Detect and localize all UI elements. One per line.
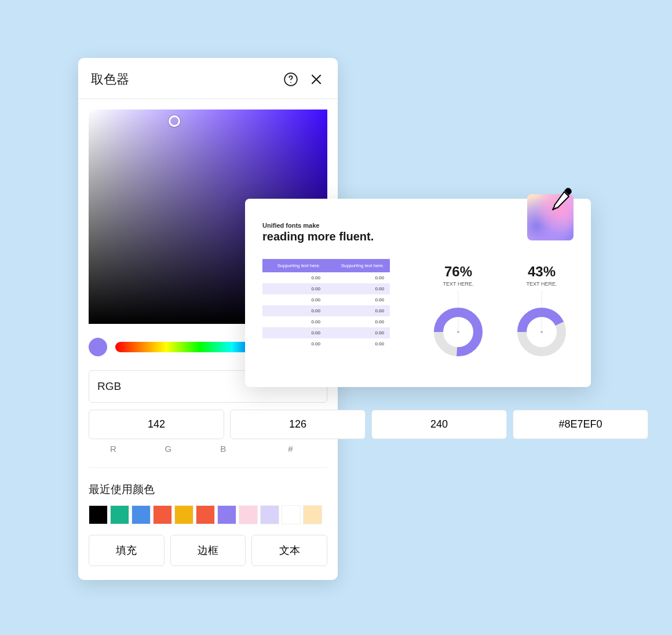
- table-row: 0.000.00: [262, 272, 390, 283]
- table-row: 0.000.00: [262, 283, 390, 294]
- donut-chart: 76%TEXT HERE.: [426, 264, 490, 362]
- g-label: G: [144, 444, 193, 454]
- apply-fill-button[interactable]: 填充: [89, 535, 165, 566]
- recent-color-swatch[interactable]: [217, 505, 236, 524]
- r-input[interactable]: [89, 410, 224, 439]
- donut-charts: 76%TEXT HERE.43%TEXT HERE.: [406, 264, 574, 362]
- divider: [89, 468, 327, 468]
- table-row: 0.000.00: [262, 338, 390, 349]
- recent-color-swatch[interactable]: [89, 505, 108, 524]
- picker-title: 取色器: [91, 71, 129, 88]
- r-label: R: [89, 444, 138, 454]
- table-cell: 0.00: [326, 327, 390, 338]
- recent-colors: [89, 505, 327, 524]
- recent-color-swatch[interactable]: [260, 505, 279, 524]
- recent-color-swatch[interactable]: [239, 505, 258, 524]
- recent-color-swatch[interactable]: [174, 505, 193, 524]
- donut-label: TEXT HERE.: [510, 281, 574, 287]
- table-cell: 0.00: [262, 305, 326, 316]
- donut-label: TEXT HERE.: [426, 281, 490, 287]
- b-label: B: [199, 444, 248, 454]
- sv-cursor: [169, 115, 180, 127]
- table-cell: 0.00: [326, 316, 390, 327]
- table-cell: 0.00: [326, 272, 390, 283]
- table-row: 0.000.00: [262, 294, 390, 305]
- b-input[interactable]: [371, 410, 507, 439]
- eyedropper-icon[interactable]: [548, 186, 575, 215]
- recent-color-swatch[interactable]: [132, 505, 151, 524]
- apply-buttons: 填充 边框 文本: [89, 535, 327, 566]
- recent-color-swatch[interactable]: [110, 505, 129, 524]
- table-cell: 0.00: [262, 327, 326, 338]
- g-input[interactable]: [230, 410, 366, 439]
- hex-input[interactable]: [513, 410, 648, 439]
- donut-chart: 43%TEXT HERE.: [510, 264, 574, 362]
- preview-card: Unified fonts make reading more fluent. …: [245, 199, 591, 387]
- table-row: 0.000.00: [262, 316, 390, 327]
- recent-color-swatch[interactable]: [303, 505, 322, 524]
- donut-svg: [513, 291, 571, 360]
- recent-color-swatch[interactable]: [196, 505, 215, 524]
- table-cell: 0.00: [262, 272, 326, 283]
- table-cell: 0.00: [326, 338, 390, 349]
- table-cell: 0.00: [262, 294, 326, 305]
- table-cell: 0.00: [326, 283, 390, 294]
- table-cell: 0.00: [262, 316, 326, 327]
- svg-point-3: [457, 331, 459, 333]
- table-row: 0.000.00: [262, 327, 390, 338]
- table-cell: 0.00: [326, 294, 390, 305]
- table-header: Supporting text here.: [326, 259, 390, 273]
- svg-point-1: [290, 82, 291, 83]
- table-cell: 0.00: [262, 283, 326, 294]
- hex-label: #: [254, 444, 327, 454]
- help-icon[interactable]: [282, 71, 300, 88]
- header-icons: [282, 71, 325, 88]
- donut-percent: 43%: [510, 264, 574, 280]
- close-icon[interactable]: [308, 71, 325, 88]
- apply-text-button[interactable]: 文本: [251, 535, 327, 566]
- recent-colors-title: 最近使用颜色: [89, 482, 327, 497]
- svg-point-7: [540, 331, 543, 333]
- table-row: 0.000.00: [262, 305, 390, 316]
- donut-percent: 76%: [426, 264, 490, 280]
- current-color-swatch: [89, 338, 107, 356]
- recent-color-swatch[interactable]: [282, 505, 301, 524]
- table-cell: 0.00: [262, 338, 326, 349]
- color-value-inputs: [89, 410, 327, 439]
- color-value-labels: R G B #: [89, 444, 327, 454]
- recent-color-swatch[interactable]: [153, 505, 172, 524]
- donut-svg: [429, 291, 487, 360]
- preview-table: Supporting text here.Supporting text her…: [262, 258, 390, 349]
- table-header: Supporting text here.: [262, 259, 326, 273]
- picker-header: 取色器: [78, 58, 338, 99]
- table-cell: 0.00: [326, 305, 390, 316]
- apply-border-button[interactable]: 边框: [170, 535, 246, 566]
